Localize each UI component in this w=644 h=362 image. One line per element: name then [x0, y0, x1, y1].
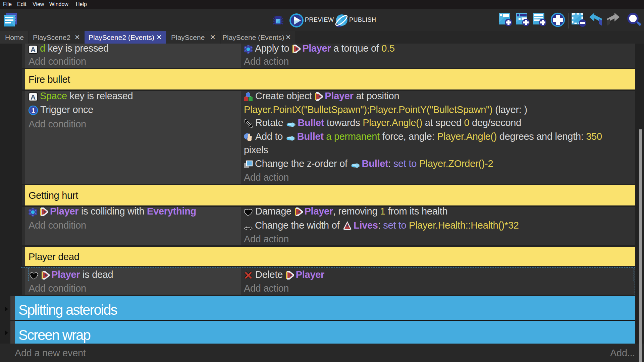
svg-text:1: 1	[32, 107, 35, 114]
svg-text:A: A	[31, 93, 36, 101]
svg-text:A: A	[31, 46, 36, 53]
